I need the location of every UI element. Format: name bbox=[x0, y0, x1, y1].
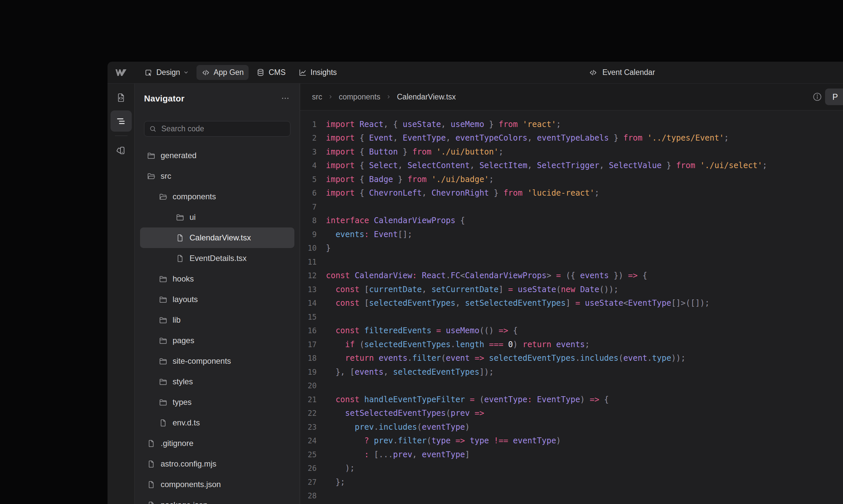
file-icon bbox=[147, 439, 156, 448]
activity-button-navigator[interactable] bbox=[110, 110, 132, 132]
tree-item-layouts[interactable]: layouts bbox=[140, 289, 294, 310]
tree-item-package.json[interactable]: package.json bbox=[140, 495, 294, 504]
tree-item-label: src bbox=[161, 172, 171, 181]
navigator-panel: Navigator generatedsrccomponentsuiCalend… bbox=[135, 84, 300, 504]
code-line[interactable]: 19 }, [events, selectedEventTypes]); bbox=[300, 365, 843, 379]
code-area[interactable]: 1import React, { useState, useMemo } fro… bbox=[300, 110, 843, 504]
file-icon bbox=[176, 254, 185, 263]
publish-button-partial[interactable]: P bbox=[825, 89, 843, 105]
code-text: import { Badge } from './ui/badge'; bbox=[326, 175, 494, 184]
code-line[interactable]: 13 const [currentDate, setCurrentDate] =… bbox=[300, 283, 843, 296]
code-line[interactable]: 8interface CalendarViewProps { bbox=[300, 214, 843, 228]
tab-insights[interactable]: Insights bbox=[293, 65, 342, 80]
tree-item-label: package.json bbox=[161, 500, 207, 504]
tree-item-label: ui bbox=[190, 213, 196, 222]
code-text: const filteredEvents = useMemo(() => { bbox=[326, 326, 518, 335]
tree-item-label: CalendarView.tsx bbox=[190, 233, 251, 242]
tab-label: App Gen bbox=[214, 68, 244, 77]
code-line[interactable]: 28 bbox=[300, 489, 843, 503]
code-line[interactable]: 17 if (selectedEventTypes.length === 0) … bbox=[300, 338, 843, 352]
line-number: 27 bbox=[300, 478, 316, 486]
code-line[interactable]: 12const CalendarView: React.FC<CalendarV… bbox=[300, 269, 843, 283]
tree-item-pages[interactable]: pages bbox=[140, 330, 294, 351]
tree-item-CalendarView.tsx[interactable]: CalendarView.tsx bbox=[140, 228, 294, 248]
tree-item-ui[interactable]: ui bbox=[140, 207, 294, 228]
code-line[interactable]: 9 events: Event[]; bbox=[300, 228, 843, 241]
tree-item-types[interactable]: types bbox=[140, 392, 294, 413]
info-button[interactable] bbox=[811, 91, 824, 104]
activity-button-code-file[interactable] bbox=[110, 87, 132, 108]
line-number: 17 bbox=[300, 340, 316, 349]
tree-item-components[interactable]: components bbox=[140, 186, 294, 207]
line-number: 16 bbox=[300, 326, 316, 335]
screen: { "topbar": { "tabs": [ {"id": "design",… bbox=[0, 0, 843, 504]
code-line[interactable]: 26 ); bbox=[300, 462, 843, 475]
code-line[interactable]: 15 bbox=[300, 310, 843, 324]
file-icon bbox=[147, 460, 156, 469]
code-line[interactable]: 3import { Button } from './ui/button'; bbox=[300, 145, 843, 159]
list-tree-icon bbox=[116, 116, 126, 126]
tree-item-astro.config.mjs[interactable]: astro.config.mjs bbox=[140, 454, 294, 474]
breadcrumb-item[interactable]: CalendarView.tsx bbox=[397, 92, 456, 102]
tree-item-EventDetails.tsx[interactable]: EventDetails.tsx bbox=[140, 248, 294, 269]
tree-item-styles[interactable]: styles bbox=[140, 371, 294, 392]
folder-icon bbox=[147, 151, 156, 160]
code-line[interactable]: 25 : [...prev, eventType] bbox=[300, 448, 843, 462]
code-line[interactable]: 22 setSelectedEventTypes(prev => bbox=[300, 407, 843, 420]
tree-item-env.d.ts[interactable]: env.d.ts bbox=[140, 413, 294, 433]
line-number: 6 bbox=[300, 189, 316, 197]
code-line[interactable]: 10} bbox=[300, 241, 843, 255]
tree-item-components.json[interactable]: components.json bbox=[140, 474, 294, 495]
code-line[interactable]: 1import React, { useState, useMemo } fro… bbox=[300, 118, 843, 131]
ellipsis-icon bbox=[281, 94, 290, 103]
breadcrumb-item[interactable]: components bbox=[339, 92, 380, 102]
tab-design[interactable]: Design bbox=[139, 65, 194, 80]
code-text: events: Event[]; bbox=[326, 230, 412, 239]
tab-label: Design bbox=[156, 68, 180, 77]
code-line[interactable]: 21 const handleEventTypeFilter = (eventT… bbox=[300, 393, 843, 407]
code-line[interactable]: 27 }; bbox=[300, 475, 843, 489]
code-file-icon bbox=[116, 92, 126, 103]
tab-cms[interactable]: CMS bbox=[251, 65, 290, 80]
code-line[interactable]: 18 return events.filter(event => selecte… bbox=[300, 352, 843, 365]
code-line[interactable]: 4import { Select, SelectContent, SelectI… bbox=[300, 159, 843, 173]
tree-item-site-components[interactable]: site-components bbox=[140, 351, 294, 371]
code-text: prev.includes(eventType) bbox=[326, 422, 470, 432]
breadcrumb-bar: srccomponentsCalendarView.tsx P bbox=[300, 84, 843, 110]
breadcrumb-item[interactable]: src bbox=[312, 92, 322, 102]
code-line[interactable]: 23 prev.includes(eventType) bbox=[300, 420, 843, 434]
tree-item-.gitignore[interactable]: .gitignore bbox=[140, 433, 294, 454]
cursor-icon bbox=[144, 68, 153, 77]
search-box[interactable] bbox=[144, 121, 290, 137]
tree-item-label: generated bbox=[161, 151, 196, 160]
code-line[interactable]: 24 ? prev.filter(type => type !== eventT… bbox=[300, 434, 843, 448]
folder-icon bbox=[159, 274, 168, 284]
navigator-title: Navigator bbox=[144, 94, 185, 103]
code-line[interactable]: 7 bbox=[300, 200, 843, 214]
navigator-menu-button[interactable] bbox=[280, 93, 290, 104]
tree-item-label: components bbox=[173, 192, 216, 201]
code-text: import { Select, SelectContent, SelectIt… bbox=[326, 161, 767, 170]
code-line[interactable]: 14 const [selectedEventTypes, setSelecte… bbox=[300, 296, 843, 310]
code-line[interactable]: 20 bbox=[300, 379, 843, 393]
tree-item-hooks[interactable]: hooks bbox=[140, 269, 294, 289]
editor-panel: srccomponentsCalendarView.tsx P 1import … bbox=[300, 84, 843, 504]
code-line[interactable]: 2import { Event, EventType, eventTypeCol… bbox=[300, 131, 843, 145]
database-icon bbox=[256, 68, 265, 77]
line-number: 15 bbox=[300, 313, 316, 321]
tree-item-src[interactable]: src bbox=[140, 166, 294, 186]
code-line[interactable]: 16 const filteredEvents = useMemo(() => … bbox=[300, 324, 843, 338]
tab-app-gen[interactable]: App Gen bbox=[196, 65, 249, 80]
code-text: import React, { useState, useMemo } from… bbox=[326, 120, 561, 129]
tab-label: CMS bbox=[269, 68, 286, 77]
code-line[interactable]: 6import { ChevronLeft, ChevronRight } fr… bbox=[300, 186, 843, 200]
info-icon bbox=[812, 92, 822, 102]
tree-item-generated[interactable]: generated bbox=[140, 145, 294, 166]
search-input[interactable] bbox=[161, 124, 286, 133]
tree-item-lib[interactable]: lib bbox=[140, 310, 294, 330]
code-line[interactable]: 11 bbox=[300, 255, 843, 269]
line-number: 25 bbox=[300, 450, 316, 459]
activity-button-swatches[interactable] bbox=[110, 140, 132, 161]
code-line[interactable]: 5import { Badge } from './ui/badge'; bbox=[300, 173, 843, 186]
webflow-logo-icon[interactable] bbox=[116, 69, 126, 76]
